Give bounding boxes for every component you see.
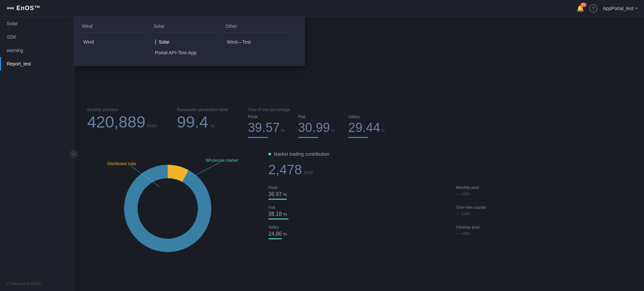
notification-button[interactable]: 🔔 85 [577,5,584,12]
market-peak-unit: % [283,192,287,197]
tou-flat-value: 30.99 % [298,120,335,135]
market-flat-bar [268,219,288,220]
monthly-provision-value: 420,889 kWh [87,114,157,130]
market-valley-bar [268,238,282,239]
navbar: ❋❋❋ EnOS™ 🔔 85 ? AppPortal_test ▾ [0,0,644,17]
monthly-provision-label: Monthly provision [87,107,157,112]
market-right-monthly-pool: Monthly pool — kWh [456,185,631,200]
user-menu-button[interactable]: AppPortal_test ▾ [603,6,637,11]
lower-section: Distributed solar Wholesale market [87,151,631,259]
nav-dropdown-menu: Wind Wind Solar Solar Portal-API-Test-Ap… [74,17,305,66]
tou-valley-number: 29.44 [348,120,380,135]
sidebar-item-solar[interactable]: Solar › [0,17,73,30]
market-right-otc-val: — kWh [456,211,631,216]
market-valley-unit: % [283,232,287,237]
dropdown-col-wind: Wind Wind [82,23,154,58]
collapse-icon: ‹ [73,152,74,156]
tou-peak-unit: % [281,128,285,133]
sidebar-item-label: Report_test [7,61,31,66]
dropdown-col-other: Other Wind—Test [225,23,297,58]
monthly-provision-number: 420,889 [87,114,146,130]
time-of-use-block: Time of use percentage Peak 39.57 % Flat [248,107,385,138]
dropdown-item-label: Wind [83,39,94,45]
tou-values: Peak 39.57 % Flat 30.99 % [248,114,385,138]
renewable-penetration-value: 99.4 % [177,114,228,130]
brand: ❋❋❋ EnOS™ [7,5,41,12]
tou-flat-unit: % [331,128,335,133]
market-panel: Market trading contribution 2,478 kWh Pe… [268,151,631,259]
sdk-header: SDK ˅ [7,34,67,40]
renewable-penetration-number: 99.4 [177,114,208,130]
market-right-intraday-label: Intraday pool [456,225,631,230]
powered-by-label: © Powered by EnOS [7,282,41,286]
tou-peak-bar [248,137,268,138]
market-peak-bar [268,199,287,200]
market-right-otc: Over-the-counter — kWh [456,205,631,220]
market-stat-valley: Valley 24.86 % [268,225,443,239]
help-button[interactable]: ? [589,4,597,12]
chevron-down-icon: ▾ [636,6,637,10]
tou-peak: Peak 39.57 % [248,114,285,138]
chevron-right-icon: › [66,22,67,26]
sidebar-item-warning[interactable]: warning [0,44,73,57]
dropdown-header-wind: Wind [82,23,147,33]
monthly-provision-block: Monthly provision 420,889 kWh [87,107,157,130]
tou-peak-value: 39.57 % [248,120,285,135]
dropdown-col-solar: Solar Solar Portal-API-Test-App [154,23,225,58]
market-dot-icon [268,153,271,155]
tou-valley-unit: % [381,128,385,133]
market-value: 2,478 kWh [268,162,631,177]
renewable-penetration-block: Renewable penetration level 99.4 % [177,107,228,130]
market-title: Market trading contribution [268,151,631,157]
market-right-intraday: Intraday pool — kWh [456,225,631,239]
dropdown-item-label: Solar [159,39,170,45]
market-valley-label: Valley [268,225,443,230]
market-unit: kWh [304,170,313,175]
market-valley-number: 24.86 [268,231,282,237]
market-flat-unit: % [283,212,287,217]
notification-badge: 85 [580,3,587,7]
market-right-intraday-val: — kWh [456,231,631,236]
sidebar-item-sdk[interactable]: SDK ˅ [0,30,73,44]
navbar-right: 🔔 85 ? AppPortal_test ▾ [577,4,637,12]
svg-point-2 [139,180,196,237]
sidebar-item-report-test[interactable]: Report_test [0,57,73,70]
tou-flat-label: Flat [298,114,335,119]
dropdown-item-wind-test[interactable]: Wind—Test [225,37,290,47]
market-stats-grid: Peak 36.97 % Monthly pool — kWh [268,185,631,239]
help-label: ? [592,6,595,11]
market-stat-flat: Flat 38.18 % [268,205,443,220]
active-indicator [155,39,156,45]
market-flat-value: 38.18 % [268,211,443,217]
tou-valley-label: Valley [348,114,385,119]
market-right-monthly-val: — kWh [456,191,631,196]
chart-label-wholesale: Wholesale market [206,158,238,163]
market-peak-value: 36.97 % [268,191,443,197]
tou-peak-label: Peak [248,114,285,119]
sidebar-collapse-button[interactable]: ‹ [69,150,77,158]
time-of-use-label: Time of use percentage [248,107,385,112]
dropdown-header-solar: Solar [154,23,219,33]
market-right-otc-label: Over-the-counter [456,205,631,210]
dropdown-item-wind[interactable]: Wind [82,37,147,47]
monthly-provision-unit: kWh [148,123,157,129]
dropdown-item-portal-api[interactable]: Portal-API-Test-App [154,47,219,58]
donut-chart [124,165,211,252]
sidebar-item-label: warning [7,48,23,53]
sidebar-item-label: Solar [7,21,18,26]
dropdown-item-label: Portal-API-Test-App [155,50,197,55]
dropdown-item-label: Wind—Test [227,39,251,45]
tou-valley: Valley 29.44 % [348,114,385,138]
market-right-monthly-label: Monthly pool [456,185,631,190]
dashboard: Monthly provision 420,889 kWh Renewable … [74,97,644,269]
renewable-penetration-unit: % [210,123,214,129]
brand-name: EnOS™ [16,5,41,12]
dropdown-header-other: Other [225,23,290,33]
chevron-down-icon: ˅ [65,35,67,39]
user-name: AppPortal_test [603,6,634,11]
dropdown-item-solar[interactable]: Solar [154,37,219,47]
tou-flat-bar [298,137,318,138]
market-title-label: Market trading contribution [274,151,329,157]
market-peak-label: Peak [268,185,443,190]
tou-valley-bar [348,137,368,138]
